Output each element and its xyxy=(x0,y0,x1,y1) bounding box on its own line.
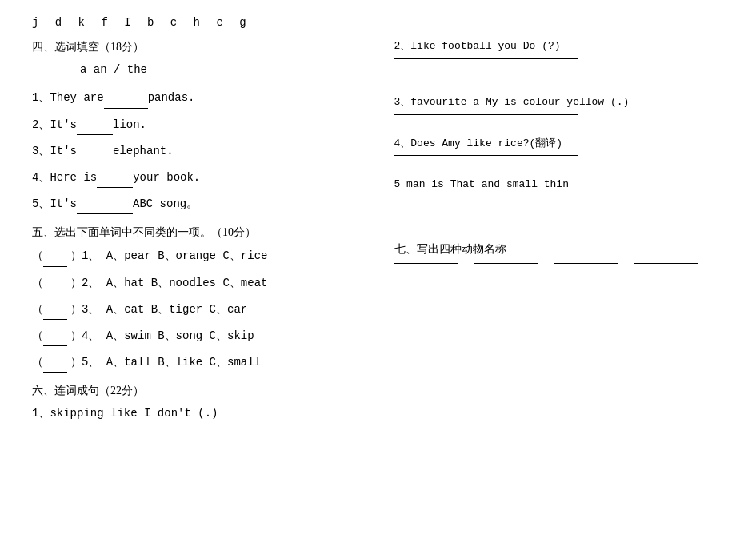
choice-item-4: （ ）4、 A、swim B、song C、skip xyxy=(32,326,362,346)
blank-3[interactable] xyxy=(77,161,113,161)
blank-2[interactable] xyxy=(77,134,113,135)
blank-4[interactable] xyxy=(97,187,133,188)
right-section-4: 4、Does Amy like rice?(翻译) xyxy=(394,136,725,157)
fill-item-3: 3、It's elephant. xyxy=(32,141,362,161)
answer-line-2 xyxy=(394,58,578,59)
answer-line-1 xyxy=(32,428,208,428)
fill-item-2: 2、It's lion. xyxy=(32,115,362,135)
top-letters: j d k f I b c h e g xyxy=(32,16,362,29)
section4-title: 四、选词填空（18分） xyxy=(32,40,362,54)
right-section-5: 5 man is That and small thin xyxy=(394,177,725,197)
answer-line-5 xyxy=(394,197,578,197)
section7-title: 七、写出四种动物名称 xyxy=(394,242,725,257)
fill-item-1: 1、They are pandas. xyxy=(32,88,362,108)
right-section-3: 3、favourite a My is colour yellow (.) xyxy=(394,94,725,115)
blank-1[interactable] xyxy=(104,108,148,109)
choice-blank-2[interactable] xyxy=(43,281,67,293)
choice-item-2: （ ）2、 A、hat B、noodles C、meat xyxy=(32,273,362,293)
animal-blanks xyxy=(394,263,725,264)
section4-words: a an / the xyxy=(80,61,362,78)
choice-blank-5[interactable] xyxy=(43,360,67,373)
animal-blank-1[interactable] xyxy=(394,263,458,264)
answer-line-4 xyxy=(394,155,578,156)
section6-title: 六、连词成句（22分） xyxy=(32,384,362,398)
fill-item-4: 4、Here is your book. xyxy=(32,168,362,188)
animal-blank-4[interactable] xyxy=(634,263,698,264)
blank-5[interactable] xyxy=(77,213,133,214)
animal-blank-2[interactable] xyxy=(474,263,538,264)
animal-blank-3[interactable] xyxy=(554,263,618,264)
choice-blank-1[interactable] xyxy=(43,254,67,267)
choice-blank-4[interactable] xyxy=(43,333,67,346)
answer-line-3 xyxy=(394,114,578,115)
section5-title: 五、选出下面单词中不同类的一项。（10分） xyxy=(32,225,362,240)
right-section-2: 2、like football you Do (?) xyxy=(394,38,725,59)
choice-item-5: （ ）5、 A、tall B、like C、small xyxy=(32,353,362,373)
fill-item-5: 5、It's ABC song。 xyxy=(32,194,362,214)
choice-item-3: （ ）3、 A、cat B、tiger C、car xyxy=(32,300,362,320)
choice-item-1: （ ）1、 A、pear B、orange C、rice xyxy=(32,246,362,266)
section6-item-1: 1、skipping like I don't (.) xyxy=(32,404,362,422)
choice-blank-3[interactable] xyxy=(43,307,67,320)
